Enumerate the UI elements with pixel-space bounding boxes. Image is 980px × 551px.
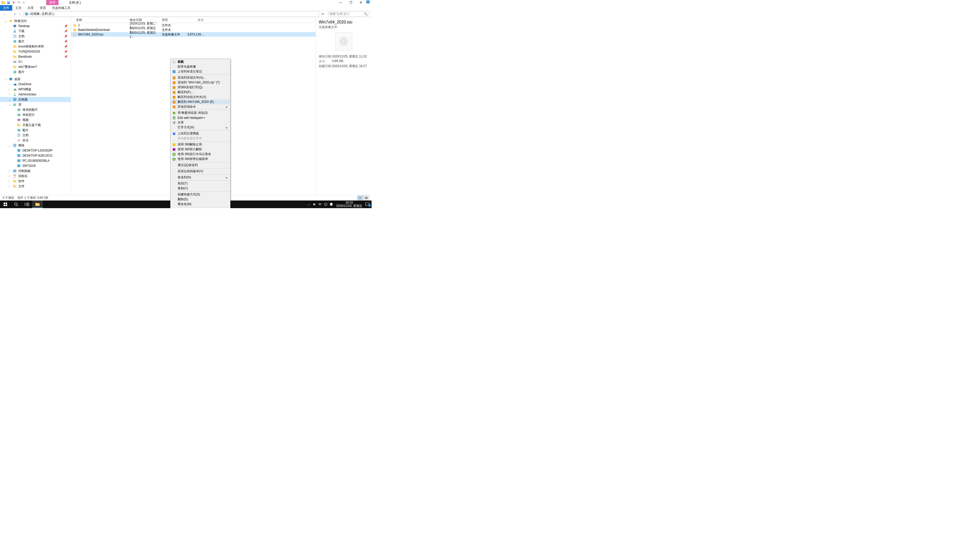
tray-ime-button[interactable]: 中 — [317, 202, 323, 206]
menu-item[interactable]: 刻录光盘映像 — [171, 64, 230, 69]
tree-item[interactable]: Bandicam📌 — [0, 54, 71, 59]
tree-item[interactable]: 文档📌 — [0, 34, 71, 39]
taskbar-clock[interactable]: 16:32 2020/12/25, 星期五 — [334, 201, 364, 208]
menu-item[interactable]: 用 蜂蜜浏览器 浏览(3) — [171, 110, 230, 115]
ribbon-tab-file[interactable]: 文件 — [0, 5, 12, 11]
col-name[interactable]: 名称 — [71, 18, 127, 22]
tree-item[interactable]: DESKTOP-LSSOEDP — [0, 148, 71, 153]
view-large-button[interactable] — [363, 196, 369, 200]
tree-item[interactable]: ›控制面板 — [0, 168, 71, 173]
tray-volume-icon[interactable] — [312, 203, 317, 206]
col-size[interactable]: 大小 — [185, 18, 206, 22]
maximize-button[interactable]: ❐ — [345, 0, 356, 5]
start-button[interactable] — [0, 200, 11, 208]
menu-item[interactable]: 创建快捷方式(S) — [171, 192, 230, 197]
menu-item[interactable]: 其他压缩命令 ▸ — [171, 104, 230, 109]
refresh-button[interactable]: ⟳ — [321, 12, 327, 16]
nav-history-dropdown[interactable]: ▾ — [13, 13, 17, 15]
tree-item[interactable]: ›Administrator — [0, 92, 71, 97]
tree-desktop[interactable]: ⌄桌面 — [0, 76, 71, 82]
tray-chevron-icon[interactable]: ︿ — [306, 202, 312, 206]
ribbon-tab-share[interactable]: 共享 — [24, 5, 37, 11]
menu-item[interactable]: 解压到 Win7x64_2020\ (E) — [171, 100, 230, 104]
tree-item[interactable]: 图片 — [0, 69, 71, 75]
search-input[interactable]: 搜索"文档 (E:)" 🔍 — [328, 11, 369, 17]
file-row[interactable]: 1 2020/12/15, 星期二 1… 文件夹 — [71, 23, 315, 27]
crumb-dropdown-icon[interactable]: ⌄ — [317, 13, 319, 15]
qat-dropdown-icon[interactable]: ▾ — [21, 0, 26, 5]
tree-item[interactable]: YUNQISHI2019📌 — [0, 49, 71, 54]
taskview-button[interactable] — [21, 200, 32, 208]
qat-save-icon[interactable] — [6, 0, 11, 5]
tree-item[interactable]: DESKTOP-NJEU3CG — [0, 153, 71, 158]
breadcrumb[interactable]: › 此电脑 › 文档 (E:) › ⌄ — [24, 11, 320, 17]
notification-button[interactable]: 3 — [364, 203, 370, 206]
menu-item[interactable]: 共享 — [171, 120, 230, 125]
tree-item[interactable]: 视频 — [0, 118, 71, 122]
file-row[interactable]: Win7x64_2020.iso 2020/12/25, 星期五 1… 光盘映像… — [71, 32, 315, 37]
menu-item[interactable]: 上传到有道云笔记 — [171, 69, 230, 74]
tree-item[interactable]: 图片 — [0, 127, 71, 133]
file-row[interactable]: BaiduNetdiskDownload 2020/12/25, 星期五 1… … — [71, 27, 315, 32]
tree-item[interactable]: 图片📌 — [0, 39, 71, 44]
column-headers[interactable]: 名称 修改日期 类型 大小 — [71, 17, 315, 23]
tree-item[interactable]: G:\ — [0, 59, 71, 64]
crumb-pc[interactable]: 此电脑 — [30, 12, 40, 16]
tree-item[interactable]: 文档 — [0, 133, 71, 138]
tree-item[interactable]: ›软件 — [0, 179, 71, 184]
tree-item[interactable]: PC-20190530OBLA — [0, 158, 71, 163]
tree-item[interactable]: excel表格制作求和📌 — [0, 44, 71, 49]
menu-item[interactable]: Edit with Notepad++ — [171, 115, 230, 120]
tray-network-icon[interactable] — [323, 203, 328, 206]
menu-item[interactable]: 解压到当前文件夹(X) — [171, 95, 230, 100]
tree-item[interactable]: ZMT2019 — [0, 163, 71, 168]
tree-item[interactable]: 音乐 — [0, 138, 71, 143]
menu-item[interactable]: 打开方式(H) ▸ — [171, 125, 230, 130]
tray-security-icon[interactable] — [328, 203, 334, 206]
menu-item[interactable]: 剪切(T) — [171, 181, 230, 186]
tree-item[interactable]: ⌄网络 — [0, 143, 71, 148]
menu-item[interactable]: 发送到(N) ▸ — [171, 175, 230, 180]
qat-redo-icon[interactable] — [16, 0, 21, 5]
menu-item[interactable]: 用360压缩打开(Q) — [171, 85, 230, 90]
nav-up-button[interactable]: ↑ — [18, 12, 22, 16]
tree-item[interactable]: ›WPS网盘 — [0, 87, 71, 92]
menu-item[interactable]: 装载 — [171, 59, 230, 64]
tree-item[interactable]: win7重装win7 — [0, 64, 71, 69]
ribbon-tab-view[interactable]: 查看 — [37, 5, 49, 11]
view-details-button[interactable] — [357, 196, 363, 200]
menu-item[interactable]: 使用 360进行木马云查杀 — [171, 152, 230, 157]
menu-item[interactable]: 复制(C) — [171, 186, 230, 191]
col-type[interactable]: 类型 — [160, 18, 185, 22]
taskbar-search-button[interactable] — [11, 200, 21, 208]
tree-item[interactable]: ⌄库 — [0, 102, 71, 107]
menu-item[interactable]: 删除(D) — [171, 197, 230, 202]
nav-tree[interactable]: ⌄快速访问Desktop📌下载📌文档📌图片📌excel表格制作求和📌YUNQIS… — [0, 17, 71, 195]
contextual-tab-manage[interactable]: 管理 — [46, 0, 59, 5]
menu-item[interactable]: 还原以前的版本(V) — [171, 169, 230, 174]
nav-back-button[interactable]: ← — [3, 12, 6, 16]
menu-item[interactable]: 使用 360解除占用 — [171, 142, 230, 147]
close-button[interactable]: ✕ — [356, 0, 366, 5]
tree-item[interactable]: ›OneDrive — [0, 82, 71, 87]
tree-item[interactable]: 天翼云盘下载 — [0, 122, 71, 127]
nav-forward-button[interactable]: → — [8, 12, 12, 16]
tree-item[interactable]: 下载📌 — [0, 29, 71, 34]
menu-item[interactable]: 重命名(M) — [171, 202, 230, 206]
tree-item[interactable]: ›文件 — [0, 184, 71, 189]
menu-item[interactable]: 解压到(F)... — [171, 90, 230, 95]
ribbon-tab-isotools[interactable]: 光盘映像工具 — [49, 5, 73, 11]
help-button[interactable]: ? — [366, 0, 372, 5]
menu-item[interactable]: 上传到百度网盘 — [171, 131, 230, 136]
minimize-button[interactable]: — — [335, 0, 345, 5]
tree-item[interactable]: ›回收站 — [0, 173, 71, 179]
menu-item[interactable]: 添加到 "Win7x64_2020.zip" (T) — [171, 80, 230, 85]
tree-item[interactable]: Desktop📌 — [0, 24, 71, 29]
tree-item[interactable]: 本机照片 — [0, 112, 71, 118]
menu-item[interactable]: 使用 360强力删除 — [171, 147, 230, 152]
crumb-drive[interactable]: 文档 (E:) — [41, 12, 54, 16]
menu-item[interactable]: 通过QQ发送到 — [171, 163, 230, 168]
qat-undo-icon[interactable]: ✕ — [11, 0, 16, 5]
ribbon-tab-home[interactable]: 主页 — [12, 5, 24, 11]
menu-item[interactable]: 使用 360管理右键菜单 — [171, 157, 230, 162]
